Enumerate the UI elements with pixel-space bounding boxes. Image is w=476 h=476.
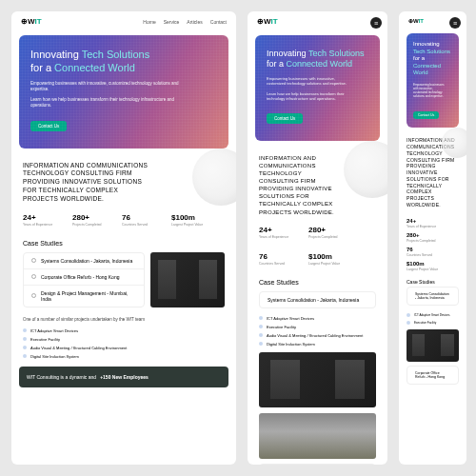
hero: Innovating Tech Solutions for a Connecte… — [407, 33, 459, 128]
case-image — [150, 252, 225, 307]
nav-service[interactable]: Service — [164, 19, 180, 25]
stat-item: 24+Years of Experience — [23, 213, 59, 227]
stats-row: 24+Years of Experience 280+Projects Comp… — [23, 213, 225, 227]
mobile-frame: ≡ ⊕WIT Innovating Tech Solutions for a C… — [399, 11, 466, 465]
case-studies-title: Case Studies — [11, 236, 236, 252]
bullet-item: Audio Visual & Meeting / Structured Cabl… — [23, 344, 145, 352]
radio-icon — [31, 258, 36, 263]
hero: Innovating Tech Solutionsfor a Connected… — [255, 35, 380, 141]
case-item[interactable]: Corporate Office Refurb - Hong Kong — [24, 269, 144, 286]
navbar: ⊕WIT Home Service Articles Contact — [11, 11, 236, 31]
logo[interactable]: ⊕WIT — [408, 17, 424, 24]
contact-button[interactable]: Contact Us — [267, 113, 303, 124]
radio-icon — [31, 293, 36, 298]
case-image-2 — [259, 413, 376, 459]
hero-sub1: Empowering businesses with innovative, c… — [30, 81, 180, 93]
case-studies: Systems Consolidation - Jakarta, Indones… — [11, 252, 236, 361]
case-detail: One of a number of similar projects unde… — [23, 313, 145, 324]
intro-section: INFORMATION AND COMMUNICATIONS TECHNOLOG… — [11, 152, 236, 236]
bullet-item: Digital Site Induction System — [23, 352, 145, 361]
nav-links: Home Service Articles Contact — [143, 19, 227, 25]
hero: Innovating Tech Solutionsfor a Connected… — [19, 35, 228, 149]
contact-button[interactable]: Contact Us — [413, 111, 439, 119]
case-item[interactable]: Design & Project Management - Mumbai, In… — [24, 286, 144, 307]
globe-graphic — [192, 149, 236, 206]
radio-icon — [31, 274, 36, 279]
menu-button[interactable]: ≡ — [449, 17, 461, 29]
nav-contact[interactable]: Contact — [210, 19, 227, 25]
case-item[interactable]: Systems Consolidation - Jakarta, Indones… — [24, 253, 144, 269]
case-item[interactable]: Corporate Office Refurb - Hong Kong — [407, 367, 458, 384]
stat-item: 76Countries Served — [122, 213, 158, 227]
intro-section: INFORMATION AND COMMUNICATIONS TECHNOLOG… — [248, 145, 387, 275]
hero-title: Innovating Tech Solutionsfor a Connected… — [30, 49, 217, 75]
desktop-frame: ⊕WIT Home Service Articles Contact Innov… — [11, 11, 236, 465]
nav-home[interactable]: Home — [143, 19, 155, 25]
hero-sub2: Learn how we help businesses transform t… — [30, 97, 180, 109]
contact-button[interactable]: Contact Us — [30, 121, 67, 131]
logo[interactable]: ⊕WIT — [257, 17, 278, 26]
bullet-list: ICT Adaptive Smart Devices Executive Fac… — [23, 327, 145, 361]
hero-title: Innovating Tech Solutionsfor a Connected… — [267, 49, 368, 70]
case-list: Systems Consolidation - Jakarta, Indones… — [23, 252, 145, 307]
stat-item: 280+Projects Completed — [72, 213, 109, 227]
case-image — [259, 352, 376, 407]
footer-banner: WIT Consulting is a dynamic and +150 New… — [19, 367, 228, 387]
menu-button[interactable]: ≡ — [370, 17, 382, 29]
bullet-item: Executive Facility — [23, 335, 145, 344]
stat-item: $100mLargest Project Value — [171, 213, 208, 227]
case-item[interactable]: Systems Consolidation - Jakarta, Indones… — [407, 288, 458, 305]
intro-text: INFORMATION AND COMMUNICATIONS TECHNOLOG… — [23, 162, 148, 204]
nav-articles[interactable]: Articles — [187, 19, 202, 25]
case-image — [407, 329, 459, 362]
tablet-frame: ≡ ⊕WIT Innovating Tech Solutionsfor a Co… — [248, 11, 387, 465]
case-item[interactable]: Systems Consolidation - Jakarta, Indones… — [260, 292, 375, 307]
globe-graphic — [344, 141, 387, 198]
logo[interactable]: ⊕WIT — [21, 17, 42, 26]
bullet-item: ICT Adaptive Smart Devices — [23, 327, 145, 335]
